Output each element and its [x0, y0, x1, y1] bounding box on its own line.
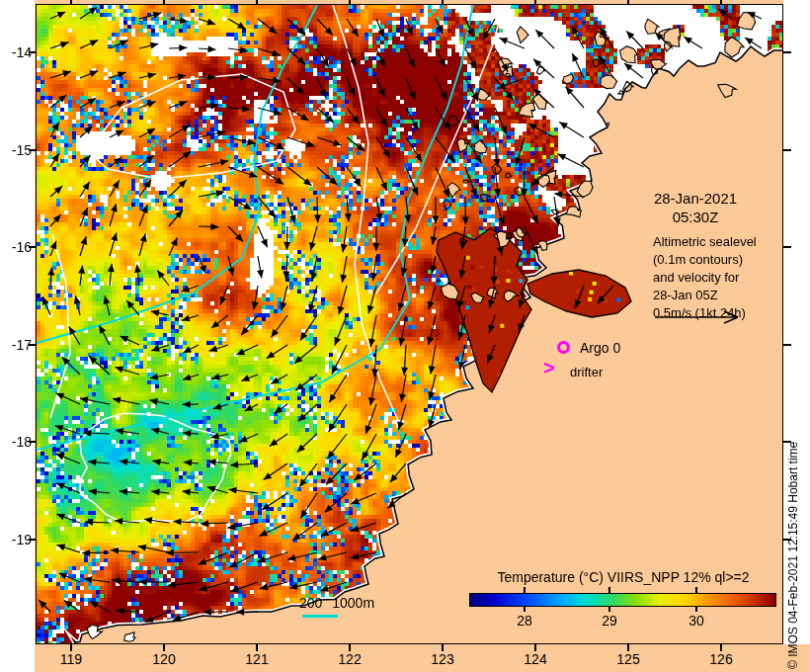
colorbar-tick — [695, 607, 697, 612]
y-tick-label: -17 — [2, 337, 32, 353]
y-axis-tick — [783, 246, 791, 248]
colorbar-tick-label: 29 — [595, 613, 624, 629]
y-tick-label: -18 — [2, 434, 32, 450]
colorbar-tick-label: 30 — [682, 613, 711, 629]
y-tick-label: -19 — [2, 532, 32, 547]
y-tick-label: -15 — [2, 142, 32, 158]
y-tick-label: -16 — [2, 239, 32, 255]
plot-frame — [36, 4, 783, 644]
colorbar-title: Temperature (°C) VIIRS_NPP 12% ql>=2 — [469, 569, 777, 585]
isobath-legend-line-icon — [302, 615, 338, 618]
x-axis-tick — [256, 644, 258, 651]
argo-label: Argo 0 — [580, 340, 620, 356]
colorbar-tick — [695, 587, 697, 593]
velocity-scale-arrow-icon — [652, 308, 743, 324]
y-axis-tick — [29, 441, 37, 443]
colorbar-tick — [608, 607, 610, 612]
time-label: 05:30Z — [620, 209, 770, 225]
credit-text: © IMOS 04-Feb-2021 12:15:49 Hobart time — [786, 380, 800, 669]
y-axis-tick — [29, 51, 37, 53]
y-axis-tick — [29, 539, 37, 541]
x-tick-label: 119 — [49, 651, 93, 667]
drifter-marker-icon: > — [543, 358, 555, 378]
x-tick-label: 122 — [328, 651, 371, 667]
altimetry-note-line: Altimetric sealevel — [653, 233, 757, 251]
x-axis-tick — [163, 0, 165, 5]
altimetry-note-line: 28-Jan 05Z — [653, 287, 718, 304]
x-tick-label: 121 — [235, 651, 279, 667]
x-axis-tick — [349, 0, 351, 5]
x-axis-tick — [442, 644, 444, 651]
x-axis-tick — [534, 644, 536, 651]
x-axis-tick — [70, 0, 72, 5]
colorbar-tick — [524, 607, 526, 612]
colorbar-gradient — [469, 593, 776, 607]
isobath-legend-label: 200 1000m — [299, 595, 374, 611]
x-axis-tick — [256, 0, 258, 5]
altimetry-note-line: and velocity for — [653, 269, 739, 287]
y-axis-tick — [783, 344, 791, 346]
x-axis-tick — [442, 0, 444, 5]
y-axis-tick — [29, 149, 37, 151]
x-tick-label: 125 — [607, 651, 650, 667]
x-tick-label: 123 — [421, 651, 464, 667]
x-axis-tick — [163, 644, 165, 651]
argo-float-marker-icon — [557, 341, 570, 354]
x-axis-tick — [349, 644, 351, 651]
x-tick-label: 126 — [699, 651, 743, 667]
figure: 119120121122123124125126-14-15-16-17-18-… — [0, 0, 810, 672]
y-axis-tick — [783, 51, 791, 53]
colorbar-tick-label: 28 — [510, 613, 539, 629]
date-label: 28-Jan-2021 — [620, 190, 770, 207]
x-axis-tick — [70, 644, 72, 651]
y-tick-label: -14 — [2, 44, 32, 60]
x-axis-tick — [627, 644, 629, 651]
x-axis-tick — [720, 644, 722, 651]
y-axis-tick — [783, 149, 791, 151]
drifter-label: drifter — [570, 365, 603, 379]
x-axis-tick — [720, 0, 722, 5]
y-axis-tick — [29, 344, 37, 346]
altimetry-note-line: (0.1m contours) — [653, 251, 743, 269]
x-tick-label: 124 — [514, 651, 557, 667]
y-axis-tick — [29, 246, 37, 248]
x-axis-tick — [627, 0, 629, 5]
x-axis-tick — [534, 0, 536, 5]
x-tick-label: 120 — [142, 651, 186, 667]
colorbar-tick — [608, 587, 610, 593]
colorbar-tick — [524, 587, 526, 593]
